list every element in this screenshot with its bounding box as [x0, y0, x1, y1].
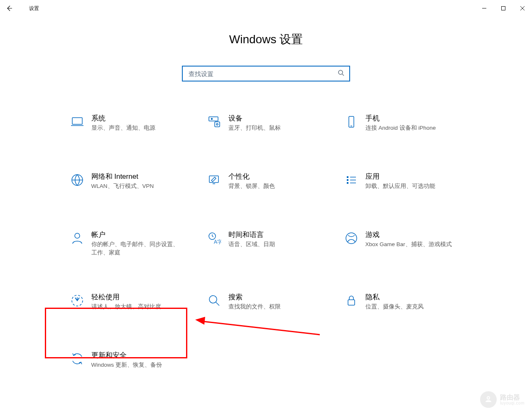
tile-apps[interactable]: 应用卸载、默认应用、可选功能	[339, 172, 472, 195]
apps-icon	[344, 173, 358, 187]
tile-time[interactable]: A字 时间和语言语音、区域、日期	[202, 230, 335, 257]
tile-system[interactable]: 系统显示、声音、通知、电源	[65, 114, 198, 136]
window-controls	[475, 0, 532, 17]
tile-accounts[interactable]: 帐户你的帐户、电子邮件、同步设置、工作、家庭	[65, 230, 198, 257]
svg-rect-34	[348, 300, 355, 305]
tile-title: 游戏	[365, 230, 472, 239]
tile-personalize[interactable]: 个性化背景、锁屏、颜色	[202, 172, 335, 195]
globe-icon	[70, 173, 84, 187]
close-button[interactable]	[513, 0, 532, 17]
svg-rect-8	[209, 117, 218, 121]
svg-point-11	[216, 123, 218, 125]
tile-title: 个性化	[228, 172, 335, 181]
tile-update[interactable]: 更新和安全Windows 更新、恢复、备份	[65, 351, 198, 373]
tile-desc: 连接 Android 设备和 iPhone	[365, 124, 453, 132]
settings-grid: 系统显示、声音、通知、电源 设备蓝牙、打印机、鼠标 手机连接 Android 设…	[61, 114, 472, 373]
page-title: Windows 设置	[0, 32, 532, 47]
window-title: 设置	[29, 5, 39, 12]
tile-gaming[interactable]: 游戏Xbox Game Bar、捕获、游戏模式	[339, 230, 472, 257]
tile-search[interactable]: 搜索查找我的文件、权限	[202, 293, 335, 315]
tile-title: 帐户	[91, 230, 198, 239]
svg-point-29	[346, 233, 357, 244]
tile-title: 系统	[91, 114, 198, 123]
tile-privacy[interactable]: 隐私位置、摄像头、麦克风	[339, 293, 472, 315]
tile-desc: Xbox Game Bar、捕获、游戏模式	[365, 240, 453, 249]
svg-rect-9	[215, 122, 220, 127]
svg-rect-16	[209, 176, 218, 183]
svg-text:A字: A字	[214, 239, 221, 245]
back-button[interactable]	[0, 0, 18, 17]
search-container	[0, 66, 532, 81]
arrow-left-icon	[6, 5, 12, 12]
tile-desc: Windows 更新、恢复、备份	[91, 361, 179, 369]
tile-desc: 查找我的文件、权限	[228, 303, 316, 311]
svg-rect-6	[72, 118, 82, 124]
svg-point-10	[211, 118, 212, 120]
time-language-icon: A字	[207, 231, 221, 245]
svg-rect-12	[349, 116, 354, 127]
magnifier-icon	[207, 294, 221, 308]
close-icon	[520, 6, 525, 11]
titlebar: 设置	[0, 0, 532, 17]
tile-desc: 卸载、默认应用、可选功能	[365, 182, 453, 190]
tile-title: 轻松使用	[91, 293, 198, 302]
svg-rect-19	[347, 179, 348, 181]
svg-line-5	[342, 74, 344, 76]
search-input[interactable]	[188, 70, 344, 78]
svg-rect-20	[347, 182, 348, 184]
laptop-icon	[70, 115, 84, 129]
tile-title: 应用	[365, 172, 472, 181]
phone-icon	[344, 115, 358, 129]
svg-point-24	[75, 233, 80, 238]
watermark-title: 路由器	[500, 394, 525, 401]
tile-desc: 位置、摄像头、麦克风	[365, 303, 453, 311]
minimize-button[interactable]	[475, 0, 494, 17]
watermark-domain: luyouqi.com	[500, 401, 525, 405]
maximize-icon	[501, 6, 506, 11]
tile-title: 手机	[365, 114, 472, 123]
tile-title: 设备	[228, 114, 335, 123]
tile-desc: 你的帐户、电子邮件、同步设置、工作、家庭	[91, 240, 179, 257]
tile-title: 隐私	[365, 293, 472, 302]
svg-point-37	[487, 397, 490, 399]
tile-title: 搜索	[228, 293, 335, 302]
tile-title: 更新和安全	[91, 351, 198, 360]
search-box[interactable]	[182, 66, 350, 81]
watermark: 路由器 luyouqi.com	[480, 391, 525, 408]
tile-desc: 语音、区域、日期	[228, 240, 316, 249]
tile-network[interactable]: 网络和 InternetWLAN、飞行模式、VPN	[65, 172, 198, 195]
svg-point-4	[338, 70, 343, 74]
xbox-icon	[344, 231, 358, 245]
devices-icon	[207, 115, 221, 129]
svg-rect-18	[347, 176, 348, 178]
search-icon	[338, 69, 344, 78]
person-icon	[70, 231, 84, 245]
personalize-icon	[207, 173, 221, 187]
tile-phone[interactable]: 手机连接 Android 设备和 iPhone	[339, 114, 472, 136]
tile-desc: 讲述人、放大镜、高对比度	[91, 303, 179, 311]
minimize-icon	[482, 6, 487, 11]
tile-ease[interactable]: 轻松使用讲述人、放大镜、高对比度	[65, 293, 198, 315]
tile-desc: 背景、锁屏、颜色	[228, 182, 316, 190]
watermark-logo-icon	[480, 391, 497, 408]
tile-title: 时间和语言	[228, 230, 335, 239]
svg-line-27	[212, 236, 213, 237]
maximize-button[interactable]	[494, 0, 513, 17]
ease-of-access-icon	[70, 294, 84, 308]
svg-line-33	[216, 302, 219, 306]
svg-point-32	[209, 296, 217, 303]
tile-desc: 显示、声音、通知、电源	[91, 124, 179, 132]
svg-rect-1	[502, 7, 505, 10]
tile-desc: 蓝牙、打印机、鼠标	[228, 124, 316, 132]
update-icon	[70, 352, 84, 366]
lock-icon	[344, 294, 358, 308]
tile-title: 网络和 Internet	[91, 172, 198, 181]
tile-devices[interactable]: 设备蓝牙、打印机、鼠标	[202, 114, 335, 136]
tile-desc: WLAN、飞行模式、VPN	[91, 182, 179, 190]
